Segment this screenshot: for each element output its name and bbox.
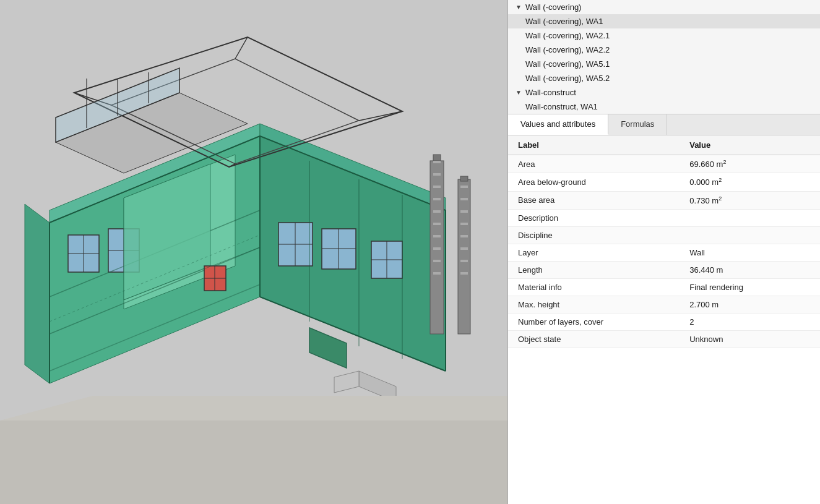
- svg-rect-67: [460, 186, 468, 188]
- table-row: Area below-ground0.000 m2: [508, 173, 820, 191]
- right-panel: ▼ Wall (-covering) Wall (-covering), WA1…: [507, 0, 820, 504]
- prop-value: [680, 209, 820, 226]
- tree-group-wall-construct[interactable]: ▼ Wall-construct: [508, 85, 820, 100]
- table-row: Number of layers, cover2: [508, 313, 820, 330]
- prop-value: 0.000 m2: [680, 173, 820, 191]
- tab-label: Values and attributes: [520, 119, 595, 129]
- svg-rect-55: [433, 161, 441, 163]
- tree-item-label: Wall (-covering), WA1: [525, 17, 603, 26]
- svg-rect-64: [433, 272, 441, 275]
- prop-value: 0.730 m2: [680, 191, 820, 209]
- prop-label: Area below-ground: [508, 173, 680, 191]
- prop-label: Object state: [508, 330, 680, 348]
- tab-bar: Values and attributes Formulas: [508, 114, 820, 135]
- properties-section: Label Value Area69.660 m2Area below-grou…: [508, 135, 820, 504]
- chevron-icon: ▼: [516, 89, 522, 96]
- svg-rect-60: [433, 223, 441, 225]
- prop-label: Discipline: [508, 226, 680, 244]
- chevron-icon: ▼: [516, 4, 522, 11]
- svg-rect-58: [433, 198, 441, 200]
- svg-rect-66: [460, 176, 468, 181]
- prop-label: Description: [508, 209, 680, 226]
- tab-values-attributes[interactable]: Values and attributes: [508, 114, 608, 135]
- prop-value: Unknown: [680, 330, 820, 348]
- tree-item-label: Wall (-covering), WA5.2: [525, 74, 610, 83]
- table-row: Discipline: [508, 226, 820, 244]
- prop-label: Layer: [508, 244, 680, 261]
- tree-group-label: Wall (-covering): [525, 2, 582, 12]
- svg-rect-59: [433, 210, 441, 213]
- table-row: Material infoFinal rendering: [508, 278, 820, 296]
- svg-marker-51: [0, 421, 507, 504]
- tree-item-label: Wall-construct, WA1: [525, 102, 598, 111]
- svg-marker-6: [25, 204, 50, 383]
- prop-value: Final rendering: [680, 278, 820, 296]
- table-row: Base area0.730 m2: [508, 191, 820, 209]
- col-header-label: Label: [508, 135, 680, 155]
- prop-label: Length: [508, 261, 680, 278]
- table-row: Length36.440 m: [508, 261, 820, 278]
- svg-rect-74: [460, 272, 468, 275]
- svg-rect-61: [433, 235, 441, 237]
- tree-item-label: Wall (-covering), WA5.1: [525, 59, 610, 69]
- svg-rect-73: [460, 260, 468, 262]
- table-header-row: Label Value: [508, 135, 820, 155]
- svg-rect-63: [433, 260, 441, 262]
- prop-label: Material info: [508, 278, 680, 296]
- prop-label: Area: [508, 155, 680, 173]
- tree-item-label: Wall (-covering), WA2.2: [525, 45, 610, 54]
- svg-rect-56: [433, 173, 441, 176]
- tree-section[interactable]: ▼ Wall (-covering) Wall (-covering), WA1…: [508, 0, 820, 114]
- prop-value: [680, 226, 820, 244]
- tab-label: Formulas: [621, 119, 654, 129]
- svg-rect-71: [460, 235, 468, 237]
- tree-group-wall-covering[interactable]: ▼ Wall (-covering): [508, 0, 820, 14]
- prop-label: Base area: [508, 191, 680, 209]
- tree-item-wca1[interactable]: Wall-construct, WA1: [508, 100, 820, 114]
- table-row: Description: [508, 209, 820, 226]
- tree-item-label: Wall (-covering), WA2.1: [525, 31, 610, 40]
- properties-table: Label Value Area69.660 m2Area below-grou…: [508, 135, 820, 348]
- svg-rect-57: [433, 186, 441, 188]
- svg-rect-69: [460, 210, 468, 213]
- svg-rect-62: [433, 247, 441, 250]
- properties-table-body: Area69.660 m2Area below-ground0.000 m2Ba…: [508, 155, 820, 348]
- svg-rect-72: [460, 247, 468, 250]
- svg-rect-54: [433, 155, 441, 161]
- prop-label: Max. height: [508, 296, 680, 313]
- tree-group-label: Wall-construct: [525, 88, 576, 97]
- table-row: Object stateUnknown: [508, 330, 820, 348]
- table-row: LayerWall: [508, 244, 820, 261]
- tree-item-wa21[interactable]: Wall (-covering), WA2.1: [508, 28, 820, 43]
- prop-value: 2: [680, 313, 820, 330]
- prop-value: Wall: [680, 244, 820, 261]
- prop-value: 69.660 m2: [680, 155, 820, 173]
- svg-rect-70: [460, 223, 468, 225]
- tree-item-wa52[interactable]: Wall (-covering), WA5.2: [508, 71, 820, 85]
- tab-formulas[interactable]: Formulas: [608, 114, 667, 135]
- 3d-viewport[interactable]: [0, 0, 507, 504]
- tree-item-wa51[interactable]: Wall (-covering), WA5.1: [508, 57, 820, 71]
- table-row: Area69.660 m2: [508, 155, 820, 173]
- tree-item-wa1[interactable]: Wall (-covering), WA1: [508, 14, 820, 28]
- col-header-value: Value: [680, 135, 820, 155]
- svg-rect-65: [458, 179, 470, 334]
- tree-item-wa22[interactable]: Wall (-covering), WA2.2: [508, 43, 820, 57]
- prop-label: Number of layers, cover: [508, 313, 680, 330]
- table-row: Max. height2.700 m: [508, 296, 820, 313]
- prop-value: 2.700 m: [680, 296, 820, 313]
- prop-value: 36.440 m: [680, 261, 820, 278]
- svg-rect-68: [460, 198, 468, 200]
